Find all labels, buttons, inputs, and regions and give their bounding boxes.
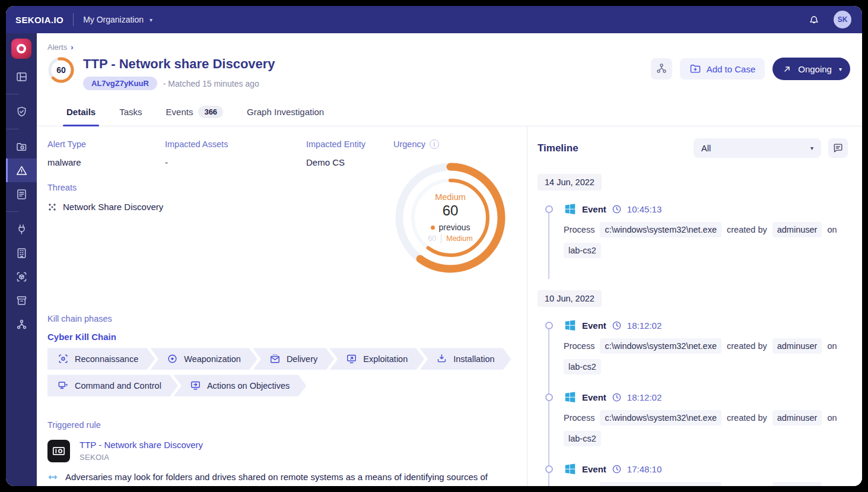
page-title: TTP - Network share Discovery xyxy=(83,56,275,72)
scan-eye-icon xyxy=(58,353,69,364)
comments-button[interactable] xyxy=(828,138,848,158)
alert-score-value: 60 xyxy=(47,56,75,84)
host-chip[interactable]: lab-cs2 xyxy=(564,243,601,258)
sekoia-logo-icon[interactable] xyxy=(11,39,31,59)
timeline-event[interactable]: Event 10:45:13 Process c:\windows\system… xyxy=(545,202,848,274)
timeline-event[interactable]: Event 17:48:10 Process c:\windows\system… xyxy=(545,462,848,486)
user-avatar[interactable]: SK xyxy=(834,11,851,28)
cube-scan-icon xyxy=(15,271,28,283)
timeline-event[interactable]: Event 18:12:02 Process c:\windows\system… xyxy=(545,319,848,391)
graph-view-button[interactable] xyxy=(651,58,672,80)
killchain-phase-reconnaissance[interactable]: Reconnaissance xyxy=(47,348,155,370)
killchain-phase-weaponization[interactable]: Weaponization xyxy=(150,348,257,370)
target-icon xyxy=(167,353,178,364)
windows-icon xyxy=(564,391,577,404)
urgency-gauge: Medium 60 previous 60 Medium xyxy=(391,158,510,277)
status-label: Ongoing xyxy=(798,64,832,74)
user-chip[interactable]: adminuser xyxy=(772,338,822,354)
timeline-filter-select[interactable]: All ▾ xyxy=(694,138,821,158)
events-count-badge: 366 xyxy=(198,106,223,118)
organization-switcher[interactable]: My Organization ▾ xyxy=(83,15,152,24)
archive-icon xyxy=(15,294,28,307)
event-text: created by xyxy=(727,485,767,486)
sidebar-divider xyxy=(6,129,19,129)
rule-title-link[interactable]: TTP - Network share Discovery xyxy=(80,440,203,450)
plug-icon xyxy=(15,223,28,236)
threat-name: Network Share Discovery xyxy=(63,202,163,212)
info-icon[interactable]: i xyxy=(430,139,439,149)
killchain-phase-exploitation[interactable]: Exploitation xyxy=(329,348,424,370)
timeline-event[interactable]: Event 18:12:02 Process c:\windows\system… xyxy=(545,391,848,462)
alert-type-value: malware xyxy=(47,157,165,167)
add-to-case-button[interactable]: Add to Case xyxy=(680,58,765,80)
killchain-row: ReconnaissanceWeaponizationDeliveryExplo… xyxy=(47,348,527,370)
alert-id-chip[interactable]: AL7vgZ7yKuuR xyxy=(83,77,157,90)
status-dropdown-button[interactable]: Ongoing ▾ xyxy=(772,58,850,80)
process-path-chip[interactable]: c:\windows\system32\net.exe xyxy=(600,338,721,354)
arrow-up-right-icon xyxy=(782,64,792,74)
timeline-date-chip: 14 Jun, 2022 xyxy=(538,174,602,191)
folder-monitor-icon xyxy=(15,141,28,153)
impacted-assets-label: Impacted Assets xyxy=(165,139,306,149)
tab-graph-investigation[interactable]: Graph Investigation xyxy=(235,99,336,126)
killchain-phase-delivery[interactable]: Delivery xyxy=(253,348,334,370)
killchain-name-link[interactable]: Cyber Kill Chain xyxy=(47,332,527,342)
urgency-score: 60 xyxy=(443,202,459,219)
windows-icon xyxy=(564,462,577,475)
process-path-chip[interactable]: c:\windows\system32\net.exe xyxy=(600,222,721,237)
alert-details-panel: Alert Type malware Impacted Assets - Imp… xyxy=(37,126,527,486)
alert-score-ring: 60 xyxy=(47,56,75,84)
sidebar-item-alert-triangle[interactable] xyxy=(6,158,37,182)
download-tray-icon xyxy=(436,353,447,364)
killchain-phase-actions-on-objectives[interactable]: Actions on Objectives xyxy=(173,374,306,396)
user-chip[interactable]: adminuser xyxy=(772,222,822,237)
timeline-filter-value: All xyxy=(701,144,711,153)
add-to-case-label: Add to Case xyxy=(707,64,756,74)
sidebar-item-org-chart[interactable] xyxy=(6,312,37,336)
sidebar-item-report[interactable] xyxy=(6,182,37,206)
sidebar-item-cube-scan[interactable] xyxy=(6,265,37,288)
killchain-phase-command-and-control[interactable]: Command and Control xyxy=(47,374,178,396)
event-text: Process xyxy=(564,413,594,423)
tab-events[interactable]: Events 366 xyxy=(154,99,236,126)
event-text: Process xyxy=(564,485,594,486)
chevron-down-icon: ▾ xyxy=(810,145,813,151)
killchain-phase-label: Exploitation xyxy=(363,354,408,364)
sidebar-item-folder-monitor[interactable] xyxy=(6,135,37,158)
impacted-entity-value: Demo CS xyxy=(306,157,393,167)
impacted-assets-value: - xyxy=(165,157,306,167)
sidebar-item-archive[interactable] xyxy=(6,288,37,312)
sidebar-item-dashboard[interactable] xyxy=(6,65,37,88)
process-path-chip[interactable]: c:\windows\system32\net.exe xyxy=(600,410,721,426)
sekoia-rule-logo-icon xyxy=(47,440,70,462)
monitor-exploit-icon xyxy=(346,353,357,364)
process-path-chip[interactable]: c:\windows\system32\net.exe xyxy=(600,482,721,486)
notifications-bell-icon[interactable] xyxy=(807,13,821,26)
event-type-label: Event xyxy=(582,320,606,331)
sidebar-item-building[interactable] xyxy=(6,241,37,265)
alert-triangle-icon xyxy=(15,164,28,177)
urgency-level: Medium xyxy=(435,192,466,202)
sidebar-item-plug[interactable] xyxy=(6,217,37,241)
user-chip[interactable]: adminuser xyxy=(772,410,822,426)
timeline-date-group: 14 Jun, 2022 Event 10:45:13 Process c:\w… xyxy=(538,174,848,274)
technique-icon xyxy=(47,471,58,485)
clock-icon xyxy=(612,464,622,474)
tab-details[interactable]: Details xyxy=(55,99,107,126)
sidebar-divider xyxy=(6,211,19,212)
alert-header: Alerts › 60 TTP - Network share Discover… xyxy=(37,33,862,90)
rule-description: Adversaries may look for folders and dri… xyxy=(65,471,488,483)
event-text: on xyxy=(827,341,837,351)
user-chip[interactable]: adminuser xyxy=(772,482,822,486)
killchain-phase-installation[interactable]: Installation xyxy=(419,348,511,370)
report-icon xyxy=(15,188,28,201)
sidebar-item-shield-check[interactable] xyxy=(6,100,37,123)
breadcrumb-alerts-link[interactable]: Alerts xyxy=(47,43,67,52)
host-chip[interactable]: lab-cs2 xyxy=(564,359,601,374)
event-type-label: Event xyxy=(582,204,606,214)
top-navbar: SEKOIA.IO My Organization ▾ SK xyxy=(6,6,862,33)
killchain-phase-label: Installation xyxy=(453,354,494,364)
tab-tasks[interactable]: Tasks xyxy=(107,99,154,126)
killchain-phase-label: Weaponization xyxy=(184,354,241,364)
host-chip[interactable]: lab-cs2 xyxy=(564,431,601,446)
